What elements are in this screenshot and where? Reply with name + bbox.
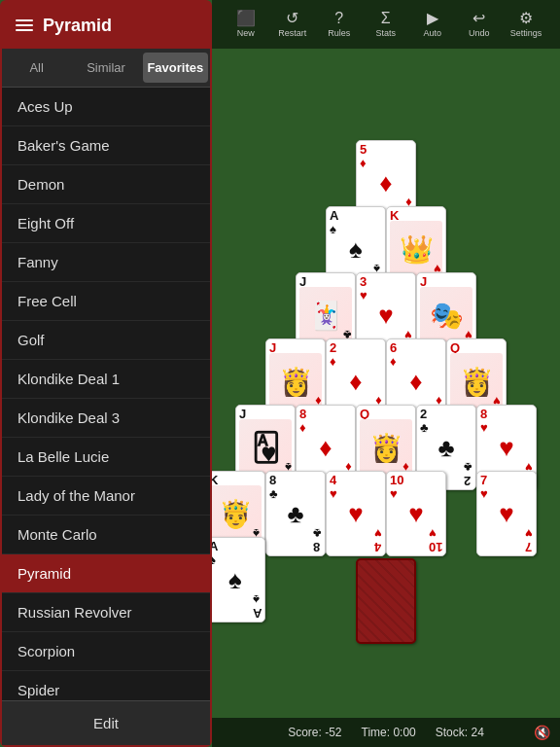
time-display: Time: 0:00 <box>362 726 416 739</box>
new-button[interactable]: ⬛ New <box>225 7 267 42</box>
settings-label: Settings <box>510 28 542 38</box>
pyramid: 5♦ ♦ 5♦ A♠ ♠ A♠ K♥ 👑 K♥ J♣ 🃏 J♣ <box>230 140 542 636</box>
auto-label: Auto <box>423 28 441 38</box>
stock-display: Stock: 24 <box>436 726 484 739</box>
game-item-scorpion[interactable]: Scorpion <box>2 632 210 671</box>
toolbar: ⬛ New ↺ Restart ? Rules Σ Stats ▶ Auto ↩… <box>212 0 560 49</box>
game-item-demon[interactable]: Demon <box>2 165 210 204</box>
stats-button[interactable]: Σ Stats <box>365 7 407 42</box>
settings-button[interactable]: ⚙ Settings <box>505 7 548 42</box>
rules-button[interactable]: ? Rules <box>318 7 361 42</box>
game-item-russian[interactable]: Russian Revolver <box>2 593 210 632</box>
status-bar: Score: -52 Time: 0:00 Stock: 24 🔇 <box>212 718 560 747</box>
auto-button[interactable]: ▶ Auto <box>411 7 454 42</box>
tab-favorites[interactable]: Favorites <box>143 53 208 83</box>
rules-label: Rules <box>328 28 350 38</box>
card-8c[interactable]: 8♣ ♣ 8♣ <box>265 471 326 556</box>
game-item-klondike-1[interactable]: Klondike Deal 1 <box>2 360 210 399</box>
game-area: ⬛ New ↺ Restart ? Rules Σ Stats ▶ Auto ↩… <box>212 0 560 747</box>
undo-icon: ↩ <box>472 11 485 26</box>
rules-icon: ? <box>334 11 343 26</box>
settings-icon: ⚙ <box>519 11 533 26</box>
game-item-lady-manor[interactable]: Lady of the Manor <box>2 477 210 516</box>
game-item-free-cell[interactable]: Free Cell <box>2 282 210 321</box>
restart-icon: ↺ <box>286 11 298 26</box>
score-display: Score: -52 <box>288 726 341 739</box>
game-item-aces-up[interactable]: Aces Up <box>2 88 210 126</box>
card-4h[interactable]: 4♥ ♥ 4♥ <box>326 471 386 556</box>
volume-icon[interactable]: 🔇 <box>534 725 550 740</box>
game-item-monte-carlo[interactable]: Monte Carlo <box>2 516 210 554</box>
card-7h[interactable]: 7♥ ♥ 7♥ <box>476 471 537 556</box>
new-label: New <box>237 28 255 38</box>
game-item-pyramid[interactable]: Pyramid <box>2 554 210 593</box>
sidebar-header: Pyramid <box>2 2 210 49</box>
card-as2[interactable]: A♠ ♠ A♠ <box>205 537 265 622</box>
game-item-klondike-3[interactable]: Klondike Deal 3 <box>2 399 210 438</box>
sidebar: Pyramid All Similar Favorites Aces Up Ba… <box>0 0 212 747</box>
game-item-spider[interactable]: Spider <box>2 671 210 700</box>
undo-label: Undo <box>469 28 490 38</box>
game-item-golf[interactable]: Golf <box>2 321 210 360</box>
sidebar-footer: Edit <box>2 700 210 745</box>
app-title: Pyramid <box>43 16 112 36</box>
cards-area: 5♦ ♦ 5♦ A♠ ♠ A♠ K♥ 👑 K♥ J♣ 🃏 J♣ <box>212 49 560 718</box>
game-item-fanny[interactable]: Fanny <box>2 243 210 282</box>
auto-icon: ▶ <box>427 11 438 26</box>
stock-pile[interactable] <box>356 558 416 644</box>
restart-button[interactable]: ↺ Restart <box>271 7 314 42</box>
tab-all[interactable]: All <box>4 53 69 83</box>
game-item-bakers-game[interactable]: Baker's Game <box>2 126 210 165</box>
game-item-la-belle[interactable]: La Belle Lucie <box>2 438 210 477</box>
new-icon: ⬛ <box>236 11 256 26</box>
restart-label: Restart <box>278 28 306 38</box>
filter-tabs: All Similar Favorites <box>2 49 210 88</box>
card-10h[interactable]: 10♥ ♥ 10♥ <box>386 471 446 556</box>
tab-similar[interactable]: Similar <box>73 53 138 83</box>
menu-icon[interactable] <box>16 19 33 31</box>
edit-button[interactable]: Edit <box>12 711 200 735</box>
undo-button[interactable]: ↩ Undo <box>458 7 501 42</box>
game-list: Aces Up Baker's Game Demon Eight Off Fan… <box>2 88 210 700</box>
stats-icon: Σ <box>381 11 391 26</box>
game-item-eight-off[interactable]: Eight Off <box>2 204 210 243</box>
stats-label: Stats <box>375 28 396 38</box>
